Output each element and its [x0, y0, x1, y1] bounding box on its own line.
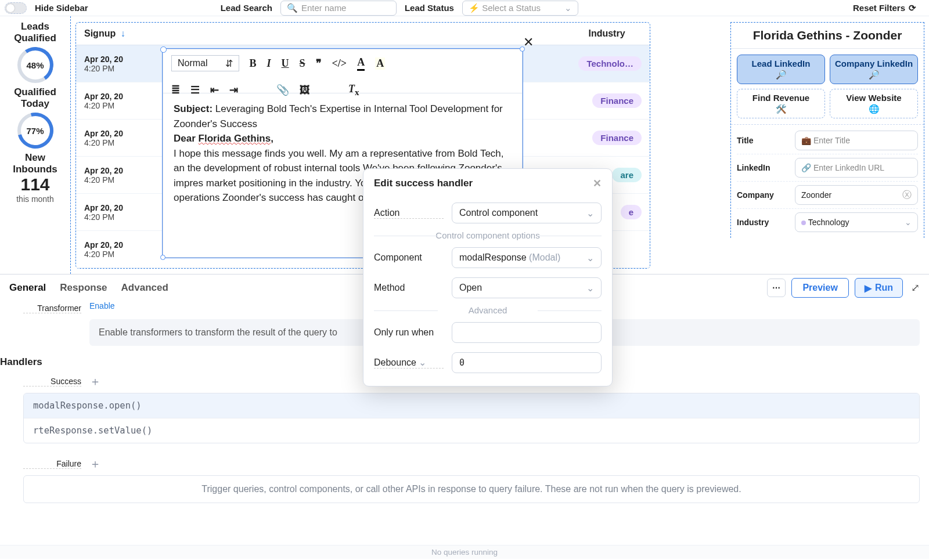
format-value: Normal — [178, 58, 208, 68]
tools-icon: 🛠️ — [776, 104, 787, 114]
company-input[interactable]: Zoonder ⓧ — [795, 185, 918, 205]
action-value: Control component — [459, 208, 538, 218]
company-linkedin-button[interactable]: Company LinkedIn 🔎 — [830, 55, 918, 84]
failure-handlers-label: Failure — [23, 459, 81, 469]
debounce-label: Debounce ⌄ — [374, 357, 444, 368]
industry-value: Technology — [808, 218, 849, 227]
expand-icon[interactable]: ⤢ — [911, 281, 920, 294]
chevron-down-icon: ⌄ — [419, 357, 426, 367]
signup-cell: Apr 20, 204:20 PM — [76, 127, 131, 150]
underline-icon[interactable]: U — [282, 57, 289, 70]
add-success-handler-button[interactable]: ＋ — [89, 374, 101, 389]
debounce-input[interactable]: 0 — [452, 352, 602, 373]
component-label: Component — [374, 252, 444, 263]
options-section-label: Control component options — [363, 228, 612, 243]
outdent-icon[interactable]: ⇤ — [210, 84, 219, 96]
lead-status-select[interactable]: ⚡ Select a Status ⌄ — [462, 1, 578, 16]
add-failure-handler-button[interactable]: ＋ — [89, 456, 101, 472]
metric-title: New — [2, 152, 68, 164]
button-label: View Website — [846, 93, 901, 103]
industry-select[interactable]: Technology ⌄ — [795, 212, 918, 232]
title-label: Title — [737, 136, 789, 145]
run-button[interactable]: ▶ Run — [855, 278, 903, 298]
text-color-icon[interactable]: A — [357, 56, 365, 71]
industry-badge: Finance — [592, 93, 642, 108]
reset-filters-label: Reset Filters — [853, 3, 905, 13]
code-icon[interactable]: </> — [332, 57, 347, 70]
strike-icon[interactable]: S — [300, 57, 305, 70]
linkedin-input[interactable]: 🔗 Enter LinkedIn URL — [795, 158, 918, 178]
leads-qualified-donut: 48% — [17, 47, 53, 83]
signup-cell: Apr 20, 204:20 PM — [76, 201, 131, 224]
indent-icon[interactable]: ⇥ — [229, 84, 238, 96]
bolt-icon: ⚡ — [469, 3, 480, 13]
tab-response[interactable]: Response — [60, 282, 107, 294]
edit-success-handler-popover: Edit success handler ✕ Action Control co… — [363, 168, 613, 386]
signup-header[interactable]: Signup ↓ — [76, 23, 564, 45]
component-value: modalResponse — [459, 252, 527, 262]
button-label: Company LinkedIn — [835, 59, 913, 68]
image-icon[interactable]: 🖼 — [300, 84, 310, 96]
industry-badge: Technolo… — [578, 56, 642, 71]
popover-title: Edit success handler — [374, 178, 473, 189]
salutation-suffix: , — [271, 133, 273, 144]
lead-linkedin-button[interactable]: Lead LinkedIn 🔎 — [737, 55, 825, 84]
industry-cell: are — [612, 168, 650, 182]
tab-advanced[interactable]: Advanced — [121, 282, 168, 294]
only-run-when-input[interactable] — [452, 322, 602, 343]
industry-badge: e — [621, 205, 642, 219]
leads-table-header: Signup ↓ Industry — [76, 23, 650, 45]
method-label: Method — [374, 283, 444, 293]
globe-icon: 🌐 — [869, 104, 880, 114]
reset-filters-button[interactable]: Reset Filters ⟳ — [853, 3, 924, 13]
metric-title: Leads — [2, 21, 68, 32]
method-value: Open — [459, 283, 482, 293]
filter-bar: Hide Sidebar Lead Search 🔍 Enter name Le… — [0, 0, 929, 16]
lead-detail-title: Florida Gethins - Zoonder — [731, 23, 924, 49]
view-website-button[interactable]: View Website 🌐 — [830, 89, 918, 118]
clear-icon[interactable]: ⓧ — [902, 189, 912, 201]
action-select[interactable]: Control component ⌄ — [452, 203, 602, 223]
handler-item[interactable]: modalResponse.open() — [24, 393, 919, 418]
find-revenue-button[interactable]: Find Revenue 🛠️ — [737, 89, 825, 118]
attachment-icon[interactable]: 📎 — [276, 84, 289, 96]
popover-close-button[interactable]: ✕ — [593, 177, 602, 190]
button-label: Find Revenue — [752, 93, 809, 103]
transformer-enable-link[interactable]: Enable — [89, 301, 115, 310]
run-label: Run — [875, 283, 893, 293]
company-label: Company — [737, 190, 789, 200]
method-select[interactable]: Open ⌄ — [452, 277, 602, 298]
industry-cell: Finance — [592, 131, 650, 145]
lead-search-placeholder: Enter name — [301, 3, 347, 13]
title-input[interactable]: 💼 Enter Title — [795, 131, 918, 150]
qualified-today-card: Qualified Today 77% — [2, 86, 68, 149]
component-select[interactable]: modalResponse (Modal) ⌄ — [452, 247, 602, 268]
lead-status-label: Lead Status — [405, 3, 454, 13]
hide-sidebar-toggle[interactable] — [5, 2, 27, 14]
tab-general[interactable]: General — [9, 282, 46, 294]
more-button[interactable]: ⋯ — [767, 279, 786, 297]
play-icon: ▶ — [865, 283, 872, 294]
search-icon: 🔍 — [287, 3, 298, 13]
linkedin-placeholder: Enter LinkedIn URL — [813, 163, 884, 172]
industry-header[interactable]: Industry — [564, 23, 650, 45]
ordered-list-icon[interactable]: ≣ — [171, 84, 180, 96]
industry-label: Industry — [737, 218, 789, 227]
quote-icon[interactable]: ❞ — [316, 57, 322, 70]
metric-value: 48% — [26, 60, 44, 70]
salutation-prefix: Dear — [174, 133, 199, 144]
metric-value: 77% — [26, 126, 44, 136]
lead-status-placeholder: Select a Status — [482, 3, 541, 13]
format-select[interactable]: Normal ⇵ — [171, 55, 239, 71]
bold-icon[interactable]: B — [250, 57, 257, 70]
clear-format-icon[interactable]: Tx — [348, 83, 359, 97]
lead-search-input[interactable]: 🔍 Enter name — [280, 1, 397, 16]
preview-button[interactable]: Preview — [791, 278, 848, 298]
highlight-icon[interactable]: A — [375, 57, 385, 70]
search-icon: 🔎 — [869, 70, 880, 80]
handler-item[interactable]: rteResponse.setValue() — [24, 418, 919, 443]
italic-icon[interactable]: I — [267, 57, 271, 70]
metric-title: Today — [2, 98, 68, 110]
signup-cell: Apr 20, 204:20 PM — [76, 52, 131, 75]
unordered-list-icon[interactable]: ☰ — [190, 84, 200, 96]
